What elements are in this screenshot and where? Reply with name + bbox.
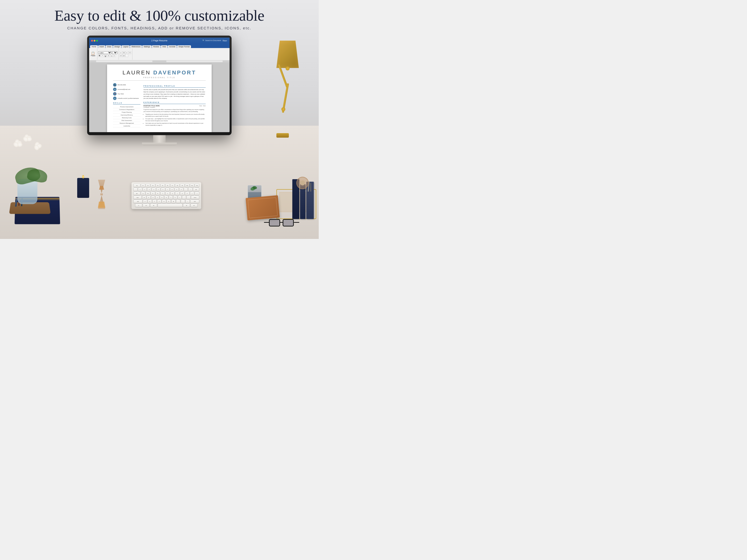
key-y[interactable]: Y [165, 192, 170, 195]
subscript-button[interactable]: x₂ [110, 54, 113, 57]
key-shift-left[interactable]: shift [133, 199, 143, 203]
key-3[interactable]: 3 [147, 188, 151, 191]
key-t[interactable]: T [160, 192, 165, 195]
key-4[interactable]: 4 [152, 188, 156, 191]
key-p[interactable]: P [185, 192, 189, 195]
key-alt-right[interactable]: alt [183, 204, 190, 207]
tab-shape-format[interactable]: Shape Format [177, 45, 191, 48]
align-left-button[interactable]: ≡ [120, 51, 122, 54]
key-k[interactable]: K [173, 196, 177, 199]
key-o[interactable]: O [180, 192, 184, 195]
key-ctrl-right[interactable]: ctrl [190, 204, 198, 207]
key-f4[interactable]: F4 [156, 184, 160, 187]
key-l[interactable]: L [178, 196, 182, 199]
key-c[interactable]: C [152, 199, 157, 203]
key-shift-right[interactable]: shift [190, 199, 199, 203]
key-f11[interactable]: F11 [190, 184, 195, 187]
close-icon[interactable] [91, 40, 93, 42]
key-f7[interactable]: F7 [170, 184, 175, 187]
key-b[interactable]: B [162, 199, 166, 203]
keyboard[interactable]: esc F1 F2 F3 F4 F5 F6 F7 F8 F9 F10 F11 F… [131, 182, 201, 209]
key-q[interactable]: Q [141, 192, 146, 195]
key-f10[interactable]: F10 [185, 184, 189, 187]
key-8[interactable]: 8 [170, 188, 174, 191]
key-f8[interactable]: F8 [175, 184, 180, 187]
key-bracket-open[interactable]: [ [190, 192, 195, 195]
tab-insert[interactable]: Insert [98, 45, 106, 48]
key-tab[interactable]: tab [133, 192, 140, 195]
key-f3[interactable]: F3 [151, 184, 155, 187]
key-f1[interactable]: F1 [141, 184, 146, 187]
strikethrough-button[interactable]: S [107, 54, 110, 57]
key-e[interactable]: E [151, 192, 155, 195]
key-m[interactable]: M [171, 199, 176, 203]
key-9[interactable]: 9 [175, 188, 179, 191]
key-alt[interactable]: alt [150, 204, 157, 207]
superscript-button[interactable]: x² [113, 54, 116, 57]
key-f5[interactable]: F5 [160, 184, 165, 187]
key-space[interactable] [158, 204, 182, 207]
paste-button[interactable]: 📋 Paste [90, 51, 96, 57]
tab-acrobat[interactable]: Acrobat [168, 45, 177, 48]
key-u[interactable]: U [170, 192, 175, 195]
key-7[interactable]: 7 [165, 188, 170, 191]
key-1[interactable]: 1 [138, 188, 142, 191]
tab-view[interactable]: View [161, 45, 168, 48]
key-v[interactable]: V [157, 199, 161, 203]
tab-references[interactable]: References [130, 45, 142, 48]
tab-layout[interactable]: Layout [122, 45, 130, 48]
key-j[interactable]: J [169, 196, 173, 199]
key-d[interactable]: D [151, 196, 155, 199]
key-g[interactable]: G [160, 196, 164, 199]
key-s[interactable]: S [147, 196, 151, 199]
tab-draw[interactable]: Draw [106, 45, 112, 48]
key-h[interactable]: H [164, 196, 168, 199]
key-semicolon[interactable]: ; [182, 196, 186, 199]
key-6[interactable]: 6 [161, 188, 165, 191]
key-f12[interactable]: F12 [195, 184, 199, 187]
key-period[interactable]: . [181, 199, 185, 203]
key-n[interactable]: N [166, 199, 171, 203]
share-button[interactable]: Share [223, 39, 227, 42]
tab-mailings[interactable]: Mailings [142, 45, 152, 48]
italic-button[interactable]: I [101, 54, 104, 57]
indent-button[interactable]: → [126, 54, 128, 57]
key-0[interactable]: 0 [179, 188, 183, 191]
minimize-icon[interactable] [94, 40, 95, 42]
font-name-select[interactable]: Calibri [98, 51, 112, 54]
key-return[interactable]: return [191, 196, 199, 199]
key-i[interactable]: I [175, 192, 180, 195]
tab-home[interactable]: Home [90, 45, 98, 48]
search-bar[interactable]: 🔍 Search in Document [202, 39, 221, 42]
key-2[interactable]: 2 [143, 188, 147, 191]
key-a[interactable]: A [142, 196, 146, 199]
tab-review[interactable]: Review [152, 45, 161, 48]
key-esc[interactable]: esc [133, 184, 140, 187]
key-fn[interactable]: fn [135, 204, 142, 207]
underline-button[interactable]: U [104, 54, 107, 57]
maximize-icon[interactable] [96, 40, 98, 42]
key-ctrl[interactable]: ctrl [143, 204, 150, 207]
key-f[interactable]: F [155, 196, 159, 199]
key-z[interactable]: Z [143, 199, 147, 203]
key-backspace[interactable]: del [193, 188, 199, 191]
key-5[interactable]: 5 [156, 188, 160, 191]
bullet-list-button[interactable]: •≡ [120, 54, 122, 57]
align-center-button[interactable]: ☰ [123, 51, 125, 54]
key-caps[interactable]: caps [133, 196, 142, 199]
key-bracket-close[interactable]: ] [195, 192, 199, 195]
key-equals[interactable]: = [188, 188, 192, 191]
key-f6[interactable]: F6 [165, 184, 170, 187]
key-slash[interactable]: / [185, 199, 190, 203]
key-minus[interactable]: - [184, 188, 188, 191]
key-r[interactable]: R [156, 192, 160, 195]
key-comma[interactable]: , [176, 199, 180, 203]
align-right-button[interactable]: ≡ [126, 51, 128, 54]
numbered-list-button[interactable]: 1≡ [123, 54, 125, 57]
font-size-select[interactable]: 11 [112, 51, 118, 54]
key-f9[interactable]: F9 [180, 184, 184, 187]
key-f2[interactable]: F2 [146, 184, 150, 187]
bold-button[interactable]: B [98, 54, 101, 57]
tab-design[interactable]: Design [113, 45, 122, 48]
key-quote[interactable]: ' [186, 196, 190, 199]
